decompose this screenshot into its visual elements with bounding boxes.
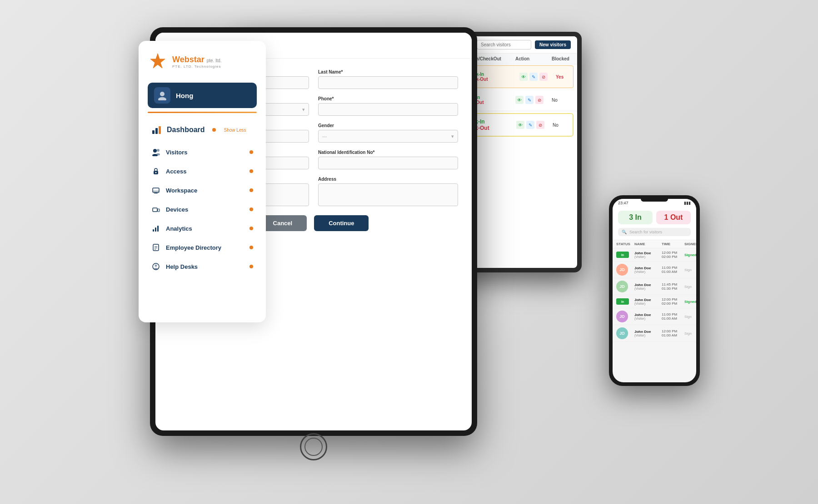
svg-rect-3	[152, 130, 155, 134]
devices-icon	[151, 205, 160, 214]
svg-rect-20	[153, 244, 159, 251]
edit-icon[interactable]: ✎	[526, 121, 534, 129]
check-out-number: 1 Out	[659, 213, 688, 222]
user-name: Hong	[176, 92, 193, 99]
logo-text: Webstar pte. ltd. PTE. LTD. Technologies	[172, 55, 222, 69]
user-avatar	[154, 87, 170, 104]
show-less-link[interactable]: Show Less	[224, 128, 246, 133]
phone-name-cell: John Doe (Visitor)	[634, 298, 662, 305]
phone-sign-button[interactable]: Sign	[684, 315, 696, 319]
phone-search[interactable]: 🔍 Search for visitors	[618, 228, 691, 236]
phone-name-cell: John Doe (Visitor)	[634, 266, 662, 273]
last-name-group: Last Name*	[318, 69, 458, 89]
phone-col-signed: SIGNED	[684, 242, 696, 246]
continue-button[interactable]: Continue	[314, 215, 369, 231]
phone-col-name: NAME	[634, 242, 662, 246]
access-icon	[151, 167, 160, 176]
phone-battery-icon: ▮▮▮	[684, 201, 691, 205]
sidebar-item-dashboard[interactable]: Dashboard Show Less	[148, 120, 257, 139]
sidebar-item-workspace[interactable]: Workspace	[148, 181, 257, 199]
block-icon[interactable]: ⊘	[535, 96, 544, 104]
edit-icon[interactable]: ✎	[525, 96, 534, 104]
dashboard-dot	[212, 128, 216, 132]
sidebar-logo: Webstar pte. ltd. PTE. LTD. Technologies	[148, 52, 257, 72]
svg-point-1	[160, 92, 165, 96]
phone-name-cell: John Doe (Visitor)	[634, 313, 662, 320]
workspace-label: Workspace	[166, 187, 244, 194]
visitors-label: Visitors	[166, 149, 244, 156]
gender-dropdown[interactable]: --- ▾	[318, 130, 458, 143]
svg-rect-17	[153, 229, 154, 232]
national-id-input[interactable]	[318, 157, 458, 169]
address-input[interactable]	[318, 183, 458, 206]
sidebar-item-analytics[interactable]: Analytics	[148, 219, 257, 237]
blocked-status: No	[552, 98, 577, 103]
view-icon[interactable]: 👁	[515, 96, 524, 104]
employee-directory-label: Employee Directory	[166, 244, 244, 251]
svg-point-6	[153, 149, 157, 153]
phone-signed-status: Signed	[684, 253, 696, 257]
svg-point-26	[154, 268, 158, 270]
sidebar-item-devices[interactable]: Devices	[148, 200, 257, 218]
national-id-label: National Identification No*	[318, 150, 458, 155]
visitor-actions: 👁 ✎ ⊘	[515, 96, 552, 104]
workspace-notification-dot	[249, 188, 253, 192]
last-name-input[interactable]	[318, 76, 458, 89]
phone-sign-button[interactable]: Sign	[684, 331, 696, 336]
phone-input[interactable]	[318, 103, 458, 116]
tablet-home-button[interactable]	[300, 433, 327, 460]
list-item: JD John Doe (Visitor) 11:00 PM 01:00 AM …	[613, 262, 696, 278]
phone-time-cell: 12:00 PM 01:00 AM	[662, 329, 684, 337]
new-visitor-button[interactable]: New visitors	[535, 40, 571, 49]
blocked-status: No	[553, 123, 577, 128]
phone-time-cell: 11:00 PM 01:00 AM	[662, 266, 684, 274]
list-item: JD John Doe (Visitor) 12:00 PM 01:00 AM …	[613, 325, 696, 342]
sidebar-divider	[148, 112, 257, 113]
sidebar-item-access[interactable]: Access	[148, 162, 257, 180]
gender-chevron-icon: ▾	[451, 133, 454, 139]
brand-name: Webstar pte. ltd.	[172, 55, 222, 64]
phone-sign-button[interactable]: Sign	[684, 285, 696, 289]
webstar-logo-icon	[148, 52, 168, 72]
blocked-status: Yes	[556, 74, 577, 79]
employee-directory-icon	[151, 243, 160, 252]
view-icon[interactable]: 👁	[519, 73, 528, 81]
phone-sign-button[interactable]: Sign	[684, 268, 696, 272]
svg-point-11	[155, 172, 157, 173]
access-notification-dot	[249, 169, 253, 173]
scene: YourVisitors AllVisitors ▾ ● Today ▾ ↻ N…	[0, 0, 818, 504]
status-in-badge: In	[616, 252, 629, 258]
phone-search-placeholder: Search for visitors	[629, 230, 662, 234]
block-icon[interactable]: ⊘	[536, 121, 544, 129]
block-icon[interactable]: ⊘	[539, 73, 548, 81]
sidebar-item-help-desks[interactable]: Help Desks	[148, 257, 257, 276]
visitor-actions: 👁 ✎ ⊘	[519, 73, 556, 81]
svg-rect-15	[153, 208, 157, 212]
analytics-label: Analytics	[166, 225, 244, 232]
phone-time-cell: 12:00 PM 02:00 PM	[662, 251, 684, 259]
phone-time: 23:47	[618, 201, 628, 205]
svg-rect-5	[159, 126, 161, 134]
phone-screen: 23:47 ▮▮▮ 3 In 1 Out 🔍 Search for visito…	[613, 199, 696, 382]
phone-visitor-list: In John Doe (Visitor) 12:00 PM 02:00 PM …	[613, 248, 696, 382]
visitor-search-input[interactable]	[477, 40, 531, 49]
check-in-number: 3 In	[621, 213, 650, 222]
employee-directory-notification-dot	[249, 246, 253, 249]
svg-point-9	[156, 153, 160, 156]
view-icon[interactable]: 👁	[516, 121, 524, 129]
gender-placeholder: ---	[322, 134, 327, 139]
access-label: Access	[166, 168, 244, 175]
sidebar-item-visitors[interactable]: Visitors	[148, 143, 257, 161]
dashboard-icon	[151, 125, 161, 135]
edit-icon[interactable]: ✎	[529, 73, 538, 81]
analytics-notification-dot	[249, 227, 253, 230]
phone-name-cell: John Doe (Visitor)	[634, 330, 662, 337]
sidebar-item-employee-directory[interactable]: Employee Directory	[148, 238, 257, 257]
check-out-count: 1 Out	[656, 211, 691, 224]
address-label: Address	[318, 177, 458, 182]
phone-header: 3 In 1 Out 🔍 Search for visitors	[613, 207, 696, 240]
phone-status-cell: In	[616, 252, 634, 258]
dropdown-chevron-icon: ▾	[302, 107, 305, 113]
list-item: In John Doe (Visitor) 12:00 PM 02:00 PM …	[613, 248, 696, 262]
phone-time-cell: 12:00 PM 02:00 PM	[662, 297, 684, 306]
